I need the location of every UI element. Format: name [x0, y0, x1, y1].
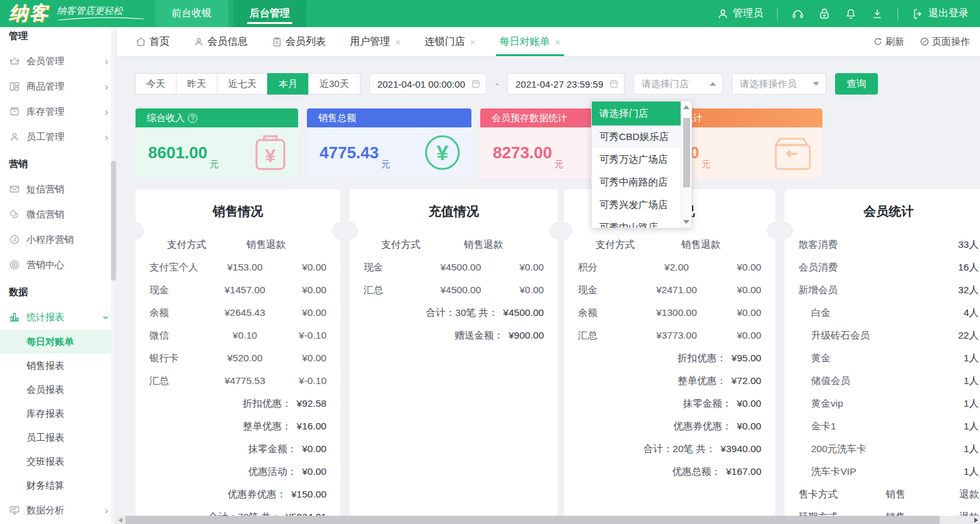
close-icon[interactable]: ×: [555, 37, 561, 47]
quick-range-button[interactable]: 近七天: [217, 73, 268, 95]
page-operations-button[interactable]: 页面操作: [919, 36, 970, 48]
tab-home[interactable]: 首页: [135, 27, 170, 56]
horizontal-scrollbar-thumb[interactable]: [125, 516, 940, 524]
sidebar-section-marketing: 营销: [0, 149, 116, 177]
member-stat-row: 会员消费16人: [785, 256, 980, 279]
sidebar-item-data-analysis[interactable]: 数据分析›: [0, 498, 116, 523]
sidebar-item-sales-report[interactable]: 销售报表: [0, 354, 116, 378]
download-icon[interactable]: [871, 8, 884, 20]
member-stat-row: 储值会员1人: [785, 370, 980, 392]
table-header: 支付方式销售退款: [135, 233, 340, 256]
panel-title: 会员统计: [785, 189, 980, 233]
sidebar-item-member-report[interactable]: 会员报表: [0, 378, 116, 402]
tab-member-list[interactable]: 会员列表: [272, 27, 326, 56]
store-option[interactable]: 请选择门店: [592, 102, 681, 125]
date-range-separator: -: [495, 78, 499, 90]
wechat-icon: [9, 209, 20, 220]
operator-select[interactable]: 请选择操作员: [732, 73, 826, 95]
stat-value: 8601.00: [148, 143, 207, 163]
member-stat-row: 白金4人: [785, 301, 980, 324]
stat-card-sales-total: 销售总额 4775.43元 ¥: [307, 108, 471, 178]
tab-chain-stores[interactable]: 连锁门店×: [425, 27, 476, 56]
sidebar-item-finance-settle[interactable]: 财务结算: [0, 474, 116, 498]
sidebar-item-miniprogram-marketing[interactable]: 小程序营销: [0, 227, 116, 252]
close-icon[interactable]: ×: [470, 37, 476, 47]
nav-front-cashier[interactable]: 前台收银: [155, 0, 228, 27]
table-row: 现金¥1457.00¥0.00: [135, 279, 340, 301]
mode-switcher: 前台收银 后台管理: [155, 0, 311, 27]
sidebar-item-statistic-reports[interactable]: 统计报表›: [0, 305, 116, 330]
chevron-right-icon: ›: [105, 81, 108, 92]
store-option[interactable]: 可秀万达广场店: [592, 148, 681, 171]
summary-line: 抹零金额：¥0.00: [564, 392, 775, 415]
tab-user-manage[interactable]: 用户管理×: [350, 27, 401, 56]
dropdown-scrollbar-thumb[interactable]: [683, 118, 690, 187]
mail-icon: [9, 183, 20, 195]
sidebar-scrollbar[interactable]: [111, 27, 116, 524]
notification-bell-icon[interactable]: [845, 8, 857, 20]
scroll-left-arrow-icon[interactable]: [118, 518, 122, 523]
store-option[interactable]: 可秀CBD娱乐店: [592, 125, 681, 148]
footer-headers: 售卡方式销售退款延期方式销售退款: [785, 483, 980, 516]
member-icon: [193, 37, 204, 47]
horizontal-scrollbar[interactable]: [117, 516, 980, 524]
store-option[interactable]: 可秀中南路的店: [592, 171, 681, 194]
sidebar-item-staff-report[interactable]: 员工报表: [0, 426, 116, 450]
main-content: 今天昨天近七天本月近30天 - 请选择门店 请选择操作员 查询 综合收入?: [117, 57, 980, 524]
table-row: 汇总¥4775.53¥-0.10: [135, 370, 340, 392]
quick-range-button[interactable]: 今天: [135, 73, 176, 95]
tab-daily-statement[interactable]: 每日对账单×: [500, 27, 561, 56]
summary-line: 整单优惠：¥16.00: [135, 415, 340, 438]
store-option[interactable]: 可秀兴发广场店: [592, 194, 681, 216]
table-body: 现金¥4500.00¥0.00汇总¥4500.00¥0.00: [350, 256, 558, 301]
sidebar-item-shift-report[interactable]: 交班报表: [0, 450, 116, 474]
store-select[interactable]: 请选择门店: [633, 73, 723, 95]
column-header: 销售: [438, 238, 483, 252]
column-header: 退款: [483, 238, 544, 252]
sidebar-scrollbar-thumb[interactable]: [111, 161, 116, 281]
sidebar-item-goods-manage[interactable]: 商品管理›: [0, 74, 116, 99]
end-date-input[interactable]: [507, 73, 625, 95]
refresh-button[interactable]: 刷新: [873, 36, 904, 48]
summary-line: 折扣优惠：¥95.00: [564, 347, 775, 370]
quick-range-button[interactable]: 昨天: [176, 73, 217, 95]
query-button[interactable]: 查询: [835, 73, 878, 95]
nav-backend-manage[interactable]: 后台管理: [233, 0, 306, 27]
start-date-input[interactable]: [369, 73, 487, 95]
headset-support-icon[interactable]: [792, 8, 804, 20]
app-window: 纳客 纳客管店更轻松 前台收银 后台管理 管理员 退出登录: [0, 0, 980, 524]
scroll-up-arrow-icon[interactable]: [683, 105, 689, 109]
sidebar-item-inventory-report[interactable]: 库存报表: [0, 402, 116, 426]
member-stat-row: 金卡11人: [785, 415, 980, 438]
help-icon[interactable]: ?: [188, 114, 197, 123]
circle-yen-icon: ¥: [424, 134, 461, 172]
quick-range-button[interactable]: 本月: [267, 73, 309, 95]
sidebar-item-wechat-marketing[interactable]: 微信营销: [0, 202, 116, 227]
scroll-right-arrow-icon[interactable]: [974, 518, 978, 523]
dropdown-scrollbar[interactable]: [681, 102, 691, 228]
store-option[interactable]: 可秀中山路店: [592, 216, 681, 228]
scroll-down-arrow-icon[interactable]: [683, 220, 689, 224]
panel-title: 充值情况: [350, 189, 558, 233]
sidebar-item-member-manage[interactable]: 会员管理›: [0, 49, 116, 74]
home-icon: [135, 37, 146, 47]
sidebar-item-daily-statement[interactable]: 每日对账单: [0, 330, 116, 354]
member-stat-row: 黄金vip1人: [785, 392, 980, 415]
divider: [777, 8, 778, 20]
sidebar-item-marketing-center[interactable]: 营销中心: [0, 252, 116, 277]
lock-screen-icon[interactable]: [818, 8, 831, 20]
start-date-value[interactable]: [378, 79, 471, 90]
current-user[interactable]: 管理员: [717, 7, 763, 20]
sidebar-item-staff-manage[interactable]: 员工管理›: [0, 124, 116, 149]
close-icon[interactable]: ×: [395, 37, 401, 47]
quick-range-button[interactable]: 近30天: [308, 73, 360, 95]
column-header: 退款: [701, 238, 761, 252]
column-header: 支付方式: [578, 238, 652, 252]
table-header: 延期方式销售退款: [785, 506, 980, 516]
tab-member-info[interactable]: 会员信息: [193, 27, 248, 56]
sidebar-item-inventory-manage[interactable]: 库存管理›: [0, 99, 116, 124]
sidebar-item-sms-marketing[interactable]: 短信营销: [0, 177, 116, 202]
logout-button[interactable]: 退出登录: [912, 7, 969, 20]
table-row: 支付宝个人¥153.00¥0.00: [135, 256, 340, 279]
end-date-value[interactable]: [516, 79, 609, 90]
